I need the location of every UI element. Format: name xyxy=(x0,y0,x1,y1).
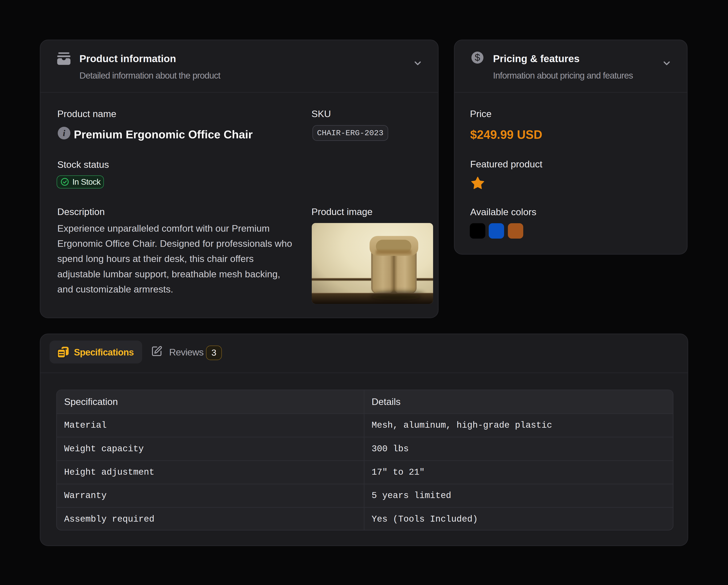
svg-text:i: i xyxy=(63,128,65,138)
svg-text:$: $ xyxy=(475,52,480,63)
